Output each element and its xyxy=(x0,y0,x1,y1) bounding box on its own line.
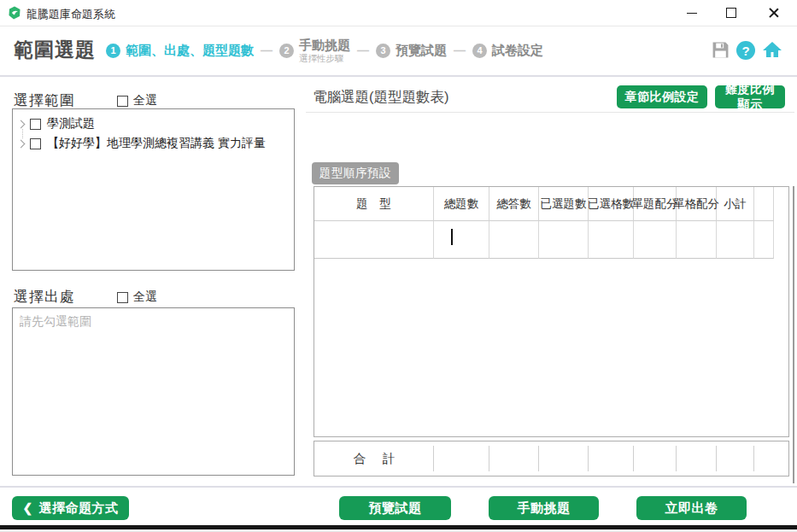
tree-item-checkbox[interactable] xyxy=(30,138,41,149)
col-header-points-per-question: 單題配分 xyxy=(634,187,677,221)
source-select-all-checkbox[interactable] xyxy=(117,292,128,303)
total-label: 合 計 xyxy=(314,441,434,476)
header-divider xyxy=(0,75,797,77)
maximize-button[interactable] xyxy=(717,0,746,26)
text-cursor xyxy=(451,229,453,245)
scrollbar[interactable] xyxy=(793,186,794,483)
col-header-total-questions: 總題數 xyxy=(434,187,489,221)
col-header-total-answers: 總答數 xyxy=(489,187,539,221)
total-cell xyxy=(539,441,589,476)
chapter-ratio-button[interactable]: 章節比例設定 xyxy=(617,85,707,108)
step-separator: — xyxy=(357,44,369,57)
row-cell-type[interactable] xyxy=(314,221,434,259)
app-logo-icon xyxy=(8,6,21,20)
step-3-preview[interactable]: 3 預覽試題 xyxy=(376,43,447,59)
back-to-method-button[interactable]: ❮ 選擇命題方式 xyxy=(12,496,129,520)
col-header-blank xyxy=(754,187,774,221)
home-icon[interactable] xyxy=(762,39,782,60)
save-icon[interactable] xyxy=(712,41,730,59)
minimize-icon xyxy=(687,13,697,14)
col-header-selected-questions: 已選題數 xyxy=(539,187,589,221)
select-range-title: 選擇範圍 xyxy=(14,91,75,110)
difficulty-ratio-button[interactable]: 難度比例顯示 xyxy=(715,85,785,108)
question-type-table: 題 型 總題數 總答數 已選題數 已選格數 單題配分 單格配分 小計 xyxy=(314,187,788,259)
row-cell-selected-questions[interactable] xyxy=(539,221,589,259)
help-icon[interactable]: ? xyxy=(736,41,755,60)
close-icon xyxy=(769,8,779,18)
tree-item-gsat[interactable]: 學測試題 xyxy=(18,115,95,132)
minimize-button[interactable] xyxy=(677,0,706,26)
expand-chevron-icon[interactable] xyxy=(17,120,26,128)
row-cell-total-questions-input[interactable] xyxy=(434,221,489,259)
step-indicator: 1 範圍、出處、題型題數 — 2 手動挑題 選擇性步驟 — 3 預覽試題 — 4… xyxy=(106,26,543,74)
footer-divider xyxy=(0,486,797,488)
step-1-circle: 1 xyxy=(106,44,120,58)
col-header-subtotal: 小計 xyxy=(717,187,754,221)
row-cell-subtotal[interactable] xyxy=(717,221,754,259)
step-4-paper-settings[interactable]: 4 試卷設定 xyxy=(472,43,543,59)
step-3-circle: 3 xyxy=(376,44,390,58)
app-title: 龍騰題庫命題系統 xyxy=(26,7,115,22)
step-4-circle: 4 xyxy=(472,44,487,58)
step-2-manual-pick[interactable]: 2 手動挑題 選擇性步驟 xyxy=(279,38,350,62)
source-list-box[interactable] xyxy=(12,307,295,476)
col-header-type: 題 型 xyxy=(314,187,434,221)
type-order-preset-tag[interactable]: 題型順序預設 xyxy=(312,162,399,184)
row-cell-total-answers[interactable] xyxy=(489,221,539,259)
total-cell xyxy=(677,441,717,476)
step-1-range[interactable]: 1 範圍、出處、題型題數 xyxy=(106,43,254,59)
total-cell xyxy=(434,441,489,476)
right-panel-divider xyxy=(306,112,794,113)
tree-item-checkbox[interactable] xyxy=(30,119,41,130)
preview-questions-button[interactable]: 預覽試題 xyxy=(339,496,451,520)
row-cell-selected-blanks[interactable] xyxy=(589,221,634,259)
total-cell xyxy=(634,441,677,476)
total-row: 合 計 xyxy=(314,441,789,476)
close-button[interactable] xyxy=(759,0,788,26)
manual-pick-button[interactable]: 手動挑題 xyxy=(489,496,599,520)
range-select-all-checkbox[interactable] xyxy=(117,96,128,107)
col-header-selected-blanks: 已選格數 xyxy=(589,187,634,221)
source-placeholder: 請先勾選範圍 xyxy=(20,314,91,330)
row-cell-points-per-question[interactable] xyxy=(634,221,677,259)
step-separator: — xyxy=(454,44,466,57)
page-title: 範圍選題 xyxy=(14,37,96,63)
step-separator: — xyxy=(261,44,273,57)
maximize-icon xyxy=(726,8,736,18)
tree-item-geography-book[interactable]: 【好好學】地理學測總複習講義 實力評量 xyxy=(18,135,266,152)
app-window: 龍騰題庫命題系統 範圍選題 1 範圍、出處、題型題數 — 2 手動挑題 選擇性步… xyxy=(0,0,797,532)
expand-chevron-icon[interactable] xyxy=(17,139,26,148)
total-cell xyxy=(754,441,788,476)
computer-selection-title: 電腦選題(題型題數表) xyxy=(313,88,449,107)
range-select-all[interactable]: 全選 xyxy=(117,93,157,108)
total-cell xyxy=(717,441,754,476)
total-cell xyxy=(489,441,539,476)
chevron-left-icon: ❮ xyxy=(22,501,32,515)
source-select-all[interactable]: 全選 xyxy=(117,289,157,305)
total-cell xyxy=(589,441,634,476)
question-type-table-container: 題 型 總題數 總答數 已選題數 已選格數 單題配分 單格配分 小計 xyxy=(314,186,789,437)
row-cell-points-per-blank[interactable] xyxy=(677,221,717,259)
col-header-points-per-blank: 單格配分 xyxy=(677,187,717,221)
select-source-title: 選擇出處 xyxy=(14,287,75,307)
generate-paper-button[interactable]: 立即出卷 xyxy=(636,496,747,520)
step-2-circle: 2 xyxy=(279,44,294,58)
row-cell-blank[interactable] xyxy=(754,221,774,259)
range-tree-box[interactable] xyxy=(12,108,295,271)
